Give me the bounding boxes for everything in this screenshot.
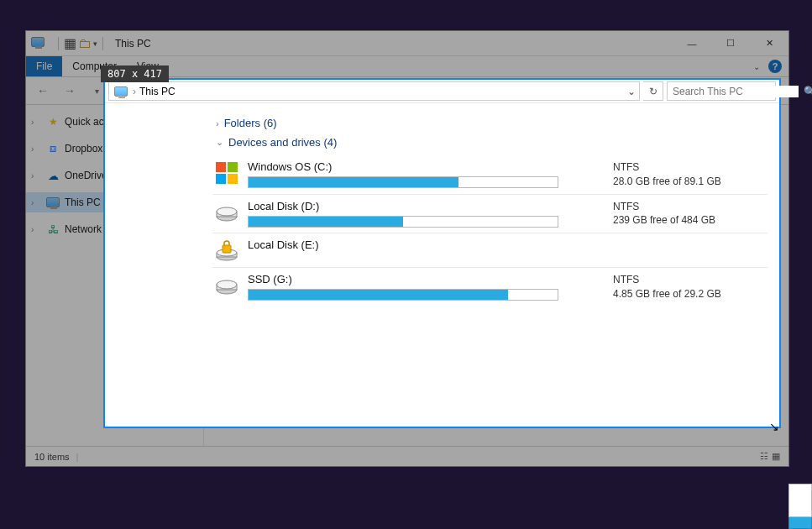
group-drives[interactable]: ⌄ Devices and drives (4) — [216, 136, 767, 149]
svg-point-13 — [217, 280, 237, 289]
svg-rect-0 — [216, 162, 226, 172]
drive-row[interactable]: Local Disk (D:) NTFS 239 GB free of 484 … — [212, 195, 767, 234]
drive-name: SSD (G:) — [248, 273, 603, 285]
drive-usage-bar — [248, 176, 558, 188]
selection-region: › This PC ⌄ ↻ 🔍 › Folders (6) ⌄ Devices … — [103, 78, 781, 428]
nav-item-label: Dropbox — [65, 143, 102, 155]
drive-icon — [216, 202, 238, 223]
search-box[interactable]: 🔍 — [667, 81, 776, 101]
titlebar: ▦ 🗀 ▾ This PC — ☐ ✕ — [26, 31, 788, 56]
group-label: Devices and drives (4) — [228, 136, 337, 149]
chevron-right-icon[interactable]: › — [31, 171, 41, 181]
refresh-button[interactable]: ↻ — [643, 81, 663, 101]
pc-icon — [45, 196, 61, 209]
onedrive-icon: ☁ — [45, 169, 61, 182]
address-bar[interactable]: › This PC ⌄ — [108, 81, 640, 101]
group-folders[interactable]: › Folders (6) — [216, 117, 767, 129]
address-dropdown-icon[interactable]: ⌄ — [624, 86, 639, 97]
network-icon: 🖧 — [45, 223, 61, 236]
drive-row[interactable]: SSD (G:) NTFS 4.85 GB free of 29.2 GB — [212, 268, 767, 306]
drive-free-text: 239 GB free of 484 GB — [613, 213, 764, 228]
drive-row[interactable]: Local Disk (E:) — [212, 233, 767, 268]
star-icon: ★ — [45, 115, 61, 128]
nav-item-label: This PC — [65, 196, 101, 208]
locked-drive-icon — [216, 240, 238, 262]
drive-free-text: 4.85 GB free of 29.2 GB — [613, 287, 764, 301]
search-input[interactable] — [673, 86, 799, 97]
selection-main-pane: › Folders (6) ⌄ Devices and drives (4) W… — [206, 103, 779, 427]
drive-fs: NTFS — [613, 273, 764, 287]
svg-point-6 — [217, 207, 237, 216]
ribbon-file-tab[interactable]: File — [26, 56, 62, 76]
chevron-right-icon[interactable]: › — [31, 225, 41, 234]
group-label: Folders (6) — [224, 117, 277, 129]
nav-back-button[interactable]: ← — [31, 81, 55, 100]
svg-rect-2 — [216, 174, 226, 184]
app-icon — [31, 37, 48, 50]
drive-name: Local Disk (D:) — [248, 200, 603, 212]
chevron-down-icon: ⌄ — [216, 137, 223, 148]
close-button[interactable]: ✕ — [750, 31, 788, 56]
selection-side-blank — [105, 103, 206, 427]
svg-rect-3 — [228, 174, 238, 184]
maximize-button[interactable]: ☐ — [711, 31, 750, 56]
nav-forward-button[interactable]: → — [58, 81, 81, 100]
selection-dimensions-badge: 807 x 417 — [101, 65, 169, 82]
drive-usage-bar — [248, 216, 558, 228]
pc-icon — [113, 85, 129, 98]
help-icon[interactable]: ? — [768, 60, 782, 73]
view-tiles-icon[interactable]: ▦ — [772, 451, 780, 462]
minimize-button[interactable]: — — [673, 31, 711, 56]
ribbon-expand-icon[interactable]: ⌄ — [753, 62, 760, 71]
drive-fs: NTFS — [613, 160, 764, 175]
qat-dropdown-icon[interactable]: ▾ — [93, 39, 97, 48]
quick-access-toolbar: ▦ 🗀 ▾ — [51, 35, 110, 51]
drive-usage-bar — [248, 289, 558, 301]
statusbar: 10 items | ☷ ▦ — [26, 446, 788, 466]
partial-tile — [788, 484, 812, 529]
svg-rect-10 — [223, 245, 231, 253]
chevron-right-icon[interactable]: › — [31, 198, 41, 207]
breadcrumb-this-pc[interactable]: This PC — [139, 86, 175, 97]
chevron-right-icon[interactable]: › — [31, 144, 41, 154]
drive-icon — [216, 275, 238, 296]
nav-item-label: Network — [65, 223, 102, 235]
nav-item-label: OneDrive — [65, 170, 107, 181]
qat-new-folder-icon[interactable]: 🗀 — [78, 36, 92, 51]
chevron-right-icon: › — [216, 118, 219, 128]
chevron-right-icon[interactable]: › — [31, 118, 41, 127]
drive-name: Windows OS (C:) — [248, 160, 603, 173]
svg-rect-1 — [228, 162, 238, 172]
selection-navbar: › This PC ⌄ ↻ 🔍 — [105, 80, 779, 103]
dropbox-icon: ⧈ — [45, 142, 61, 155]
window-title: This PC — [115, 38, 151, 50]
drive-row[interactable]: Windows OS (C:) NTFS 28.0 GB free of 89.… — [212, 155, 767, 195]
search-icon[interactable]: 🔍 — [804, 86, 812, 97]
drive-free-text: 28.0 GB free of 89.1 GB — [613, 175, 764, 189]
windows-drive-icon — [216, 162, 238, 184]
breadcrumb-separator: › — [133, 86, 136, 97]
view-details-icon[interactable]: ☷ — [760, 451, 768, 462]
drive-name: Local Disk (E:) — [248, 238, 603, 251]
qat-properties-icon[interactable]: ▦ — [64, 35, 76, 51]
status-item-count: 10 items — [34, 452, 70, 462]
drive-fs: NTFS — [613, 200, 764, 214]
